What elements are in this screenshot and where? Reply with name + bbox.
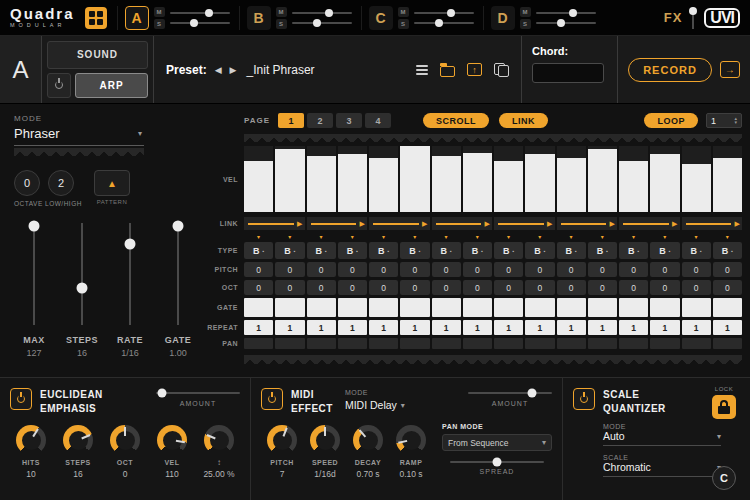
knob-decay[interactable]: DECAY0.70 s <box>347 425 389 479</box>
midi-effect-power-button[interactable] <box>261 388 283 410</box>
vel-step[interactable] <box>307 146 336 212</box>
gate-step[interactable] <box>463 298 492 317</box>
channel-a-slider-2[interactable] <box>170 22 230 24</box>
oct-step[interactable]: 0 <box>432 280 461 295</box>
octave-high-knob[interactable]: 2 <box>48 170 74 196</box>
link-button[interactable]: LINK <box>499 113 548 128</box>
oct-step[interactable]: 0 <box>307 280 336 295</box>
chord-input[interactable] <box>532 63 604 83</box>
repeat-step[interactable]: 1 <box>244 320 273 335</box>
repeat-step[interactable]: 1 <box>369 320 398 335</box>
pan-step[interactable] <box>588 338 617 349</box>
gate-step[interactable] <box>713 298 742 317</box>
gate-step[interactable] <box>369 298 398 317</box>
channel-b-slider-1[interactable] <box>292 12 352 14</box>
gate-step[interactable] <box>244 298 273 317</box>
type-marker-icon[interactable]: ▾ <box>588 234 617 241</box>
page-button-1[interactable]: 1 <box>278 113 304 128</box>
record-button[interactable]: RECORD <box>628 58 712 82</box>
repeat-step[interactable]: 1 <box>432 320 461 335</box>
link-step[interactable]: ▶ <box>557 217 618 230</box>
scale-select[interactable]: Chromatic ▾ <box>603 461 721 477</box>
fx-tab[interactable]: FX <box>664 10 683 25</box>
pan-step[interactable] <box>244 338 273 349</box>
channel-a-button[interactable]: A <box>125 6 149 30</box>
preset-prev-icon[interactable]: ◀ <box>215 65 222 75</box>
gate-step[interactable] <box>588 298 617 317</box>
channel-b-slider-2[interactable] <box>292 22 352 24</box>
link-step[interactable]: ▶ <box>619 217 680 230</box>
euclidean-amount-slider[interactable] <box>156 392 240 394</box>
oct-step[interactable]: 0 <box>369 280 398 295</box>
pitch-step[interactable]: 0 <box>650 262 679 277</box>
type-step[interactable]: B▪ <box>400 242 429 259</box>
pan-step[interactable] <box>650 338 679 349</box>
repeat-step[interactable]: 1 <box>307 320 336 335</box>
pitch-step[interactable]: 0 <box>557 262 586 277</box>
pitch-step[interactable]: 0 <box>432 262 461 277</box>
repeat-step[interactable]: 1 <box>650 320 679 335</box>
oct-step[interactable]: 0 <box>463 280 492 295</box>
type-marker-icon[interactable]: ▾ <box>463 234 492 241</box>
type-step[interactable]: B▪ <box>244 242 273 259</box>
arp-power-button[interactable] <box>47 73 71 99</box>
gate-step[interactable] <box>400 298 429 317</box>
slider-track[interactable] <box>124 223 136 325</box>
channel-a-mute-button[interactable]: M <box>154 7 165 17</box>
vel-step[interactable] <box>588 146 617 212</box>
link-step[interactable]: ▶ <box>244 217 305 230</box>
euclidean-power-button[interactable] <box>10 388 32 410</box>
pitch-step[interactable]: 0 <box>244 262 273 277</box>
gate-step[interactable] <box>650 298 679 317</box>
channel-c-mute-button[interactable]: M <box>398 7 409 17</box>
vel-step[interactable] <box>369 146 398 212</box>
channel-c-slider-1[interactable] <box>414 12 474 14</box>
type-step[interactable]: B▪ <box>619 242 648 259</box>
type-marker-icon[interactable]: ▾ <box>525 234 554 241</box>
loop-count-stepper[interactable]: 1 ▴▾ <box>706 113 742 128</box>
type-marker-icon[interactable]: ▾ <box>244 234 273 241</box>
copy-icon[interactable] <box>494 63 509 77</box>
type-marker-icon[interactable]: ▾ <box>275 234 304 241</box>
midi-mode-select[interactable]: MIDI Delay ▾ <box>345 399 405 411</box>
pitch-step[interactable]: 0 <box>400 262 429 277</box>
type-marker-icon[interactable]: ▾ <box>557 234 586 241</box>
oct-step[interactable]: 0 <box>400 280 429 295</box>
type-marker-icon[interactable]: ▾ <box>494 234 523 241</box>
pan-step[interactable] <box>619 338 648 349</box>
pitch-step[interactable]: 0 <box>588 262 617 277</box>
gate-step[interactable] <box>494 298 523 317</box>
midi-amount-slider[interactable] <box>468 392 552 394</box>
folder-icon[interactable] <box>440 66 455 77</box>
type-step[interactable]: B▪ <box>463 242 492 259</box>
knob-pitch[interactable]: PITCH7 <box>261 425 303 479</box>
vel-step[interactable] <box>432 146 461 212</box>
vel-step[interactable] <box>650 146 679 212</box>
vel-step[interactable] <box>463 146 492 212</box>
type-marker-icon[interactable]: ▾ <box>619 234 648 241</box>
type-step[interactable]: B▪ <box>682 242 711 259</box>
type-marker-icon[interactable]: ▾ <box>369 234 398 241</box>
pitch-step[interactable]: 0 <box>619 262 648 277</box>
type-marker-icon[interactable]: ▾ <box>650 234 679 241</box>
type-step[interactable]: B▪ <box>307 242 336 259</box>
arp-mode-select[interactable]: Phraser ▾ <box>14 123 144 146</box>
type-step[interactable]: B▪ <box>275 242 304 259</box>
channel-d-solo-button[interactable]: S <box>520 19 531 29</box>
export-icon[interactable]: → <box>720 61 740 78</box>
vel-step[interactable] <box>619 146 648 212</box>
knob-oct[interactable]: OCT0 <box>104 425 146 479</box>
scroll-button[interactable]: SCROLL <box>423 113 489 128</box>
pan-step[interactable] <box>338 338 367 349</box>
channel-c-button[interactable]: C <box>369 6 393 30</box>
oct-step[interactable]: 0 <box>494 280 523 295</box>
oct-step[interactable]: 0 <box>244 280 273 295</box>
knob-steps[interactable]: STEPS16 <box>57 425 99 479</box>
vel-step[interactable] <box>713 146 742 212</box>
knob-vel[interactable]: VEL110 <box>151 425 193 479</box>
oct-step[interactable]: 0 <box>619 280 648 295</box>
loop-button[interactable]: LOOP <box>644 113 698 128</box>
link-step[interactable]: ▶ <box>369 217 430 230</box>
repeat-step[interactable]: 1 <box>463 320 492 335</box>
repeat-step[interactable]: 1 <box>275 320 304 335</box>
